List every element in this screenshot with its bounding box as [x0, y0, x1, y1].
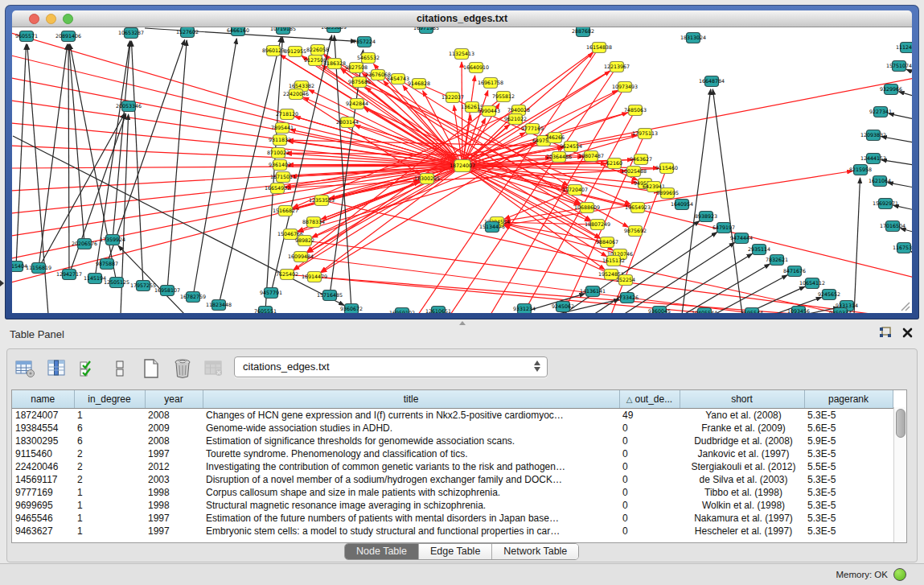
graph-node-teal[interactable]: 1167534	[893, 243, 912, 253]
graph-node-teal[interactable]: 9360672	[340, 304, 363, 314]
graph-node-teal[interactable]: 1112499	[896, 43, 912, 53]
graph-node-teal[interactable]: 9457791	[260, 288, 282, 299]
graph-node-teal[interactable]: 8595544	[741, 308, 763, 314]
tab-edge-table[interactable]: Edge Table	[419, 544, 492, 559]
graph-node-yellow[interactable]: 7955812	[492, 92, 515, 102]
graph-node-teal[interactable]: 7832621	[766, 255, 788, 266]
column-header[interactable]: in_degree	[74, 390, 145, 409]
table-row[interactable]: 1830029562008Estimation of significance …	[12, 435, 893, 447]
graph-node-yellow[interactable]: 746266	[545, 133, 565, 143]
graph-node-teal[interactable]: 1527602	[176, 27, 199, 38]
graph-node-teal[interactable]: 10719185	[270, 27, 296, 35]
graph-node-teal[interactable]: 2887682	[572, 27, 594, 37]
graph-node-teal[interactable]: 15692971	[873, 199, 898, 209]
graph-node-teal[interactable]: 14136141	[580, 286, 606, 297]
tab-network-table[interactable]: Network Table	[492, 544, 578, 559]
graph-node-teal[interactable]: 9245652	[818, 290, 840, 300]
graph-node-yellow[interactable]: 12213967	[604, 62, 630, 72]
graph-node-teal[interactable]: 9875887	[96, 259, 118, 270]
graph-node-yellow[interactable]: 9875692	[624, 226, 647, 237]
graph-node-teal[interactable]: 17957255	[130, 281, 156, 291]
graph-node-yellow[interactable]: 9463627	[630, 154, 652, 165]
graph-node-teal[interactable]: 16971985	[413, 27, 439, 34]
graph-node-yellow[interactable]: 16640910	[463, 63, 489, 73]
graph-node-teal[interactable]: 17016504	[880, 221, 906, 232]
table-row[interactable]: 911546021997Tourette syndrome. Phenomeno…	[12, 447, 893, 460]
panel-collapse-arrow-icon[interactable]	[0, 280, 4, 286]
graph-node-yellow[interactable]: 18807249	[585, 220, 610, 230]
graph-node-teal[interactable]: 9245062	[552, 302, 574, 312]
graph-node-yellow[interactable]: 16654932	[265, 183, 290, 194]
graph-node-yellow[interactable]: 989822	[295, 236, 314, 246]
table-row[interactable]: 946554611997Estimation of the future num…	[12, 512, 893, 525]
resize-grip-icon[interactable]	[899, 300, 910, 311]
table-row[interactable]: 977716911998Corpus callosum shape and si…	[12, 486, 893, 499]
close-panel-icon[interactable]	[902, 328, 913, 338]
show-column-button[interactable]	[45, 357, 69, 380]
select-all-button[interactable]	[76, 357, 101, 380]
float-panel-icon[interactable]	[879, 327, 892, 339]
row-height-button[interactable]	[108, 357, 132, 380]
graph-node-yellow[interactable]: 9311832	[269, 135, 291, 146]
graph-node-yellow[interactable]: 62160	[606, 159, 622, 169]
graph-node-teal[interactable]: 1621064	[869, 176, 891, 187]
table-row[interactable]: 1872400712008Changes of HCN gene express…	[12, 409, 893, 422]
network-window-titlebar[interactable]: citations_edges.txt	[12, 10, 912, 27]
table-row[interactable]: 946362711997Embryonic stem cells: a mode…	[12, 525, 893, 538]
graph-node-yellow[interactable]: 16914479	[302, 272, 327, 282]
table-row[interactable]: 1938455462009Genome-wide association stu…	[12, 422, 893, 435]
table-scrollbar[interactable]	[893, 407, 906, 542]
graph-node-teal[interactable]: 11156819	[26, 263, 51, 274]
graph-node-teal[interactable]: 9474444	[730, 233, 753, 244]
graph-node-yellow[interactable]: 1615132	[602, 256, 625, 266]
graph-node-teal[interactable]: 2935114	[748, 245, 770, 255]
graph-node-teal[interactable]: 16958107	[154, 286, 180, 296]
graph-node-teal[interactable]: 8215958	[849, 165, 872, 175]
graph-node-teal[interactable]: 16959102	[389, 308, 415, 314]
graph-node-teal[interactable]: 10653287	[118, 28, 144, 39]
graph-node-teal[interactable]: 1145194	[84, 274, 106, 284]
graph-node-teal[interactable]: 15716485	[317, 290, 343, 301]
graph-node-teal[interactable]: 12610651	[425, 307, 451, 314]
tab-node-table[interactable]: Node Table	[345, 544, 419, 559]
new-table-button[interactable]	[139, 357, 163, 380]
graph-node-yellow[interactable]: 8710022	[267, 148, 290, 159]
graph-node-yellow[interactable]: 7625402	[276, 270, 298, 280]
graph-node-yellow[interactable]: 9899695	[656, 188, 679, 199]
graph-node-teal[interactable]: 7857224	[353, 37, 376, 47]
graph-node-teal[interactable]: 12444153	[860, 154, 886, 164]
graph-node-teal[interactable]: 18313024	[680, 33, 706, 43]
table-header-row[interactable]: namein_degreeyeartitle△out_de...shortpag…	[12, 390, 893, 409]
graph-node-yellow[interactable]: 10973493	[612, 82, 638, 93]
graph-node-yellow[interactable]: 9361402	[269, 160, 291, 171]
graph-node-teal[interactable]: 20206576	[72, 239, 97, 249]
splitter-handle-icon[interactable]	[459, 321, 466, 325]
table-mode-button[interactable]	[14, 357, 38, 380]
graph-node-teal[interactable]: 16782759	[180, 292, 206, 303]
graph-node-yellow[interactable]: 7485063	[624, 105, 647, 116]
graph-node-yellow[interactable]: 10025488	[621, 167, 647, 177]
graph-node-yellow[interactable]: 17975113	[632, 129, 658, 139]
column-header[interactable]: pagerank	[804, 390, 893, 409]
graph-node-yellow[interactable]: 8186328	[323, 59, 346, 69]
graph-node-teal[interactable]: 16033809	[321, 27, 347, 33]
graph-node-yellow[interactable]: 11325413	[449, 49, 474, 60]
scrollbar-thumb[interactable]	[896, 409, 906, 438]
graph-node-teal[interactable]: 15134475	[479, 222, 505, 233]
delete-table-button[interactable]	[202, 357, 226, 380]
citation-network-graph[interactable]: 1872400789601238912955822605891275088186…	[12, 27, 912, 313]
graph-node-yellow[interactable]: 7895441	[271, 123, 294, 134]
graph-node-teal[interactable]: 9331234	[513, 304, 536, 314]
column-header[interactable]: short	[680, 390, 804, 409]
graph-node-teal[interactable]: 9360045	[648, 307, 671, 314]
column-header[interactable]: name	[12, 390, 74, 409]
graph-node-teal[interactable]: 17359924	[100, 235, 125, 245]
graph-node-yellow[interactable]: 9624554	[560, 142, 582, 152]
graph-node-yellow[interactable]: 1322037	[441, 93, 464, 103]
graph-node-teal[interactable]: 20891406	[55, 31, 81, 42]
graph-node-yellow[interactable]: 252254	[616, 275, 635, 286]
graph-node-teal[interactable]: 12093832	[860, 130, 886, 141]
graph-node-teal[interactable]: 1093456	[787, 307, 810, 314]
graph-node-teal[interactable]: 12505125	[104, 278, 129, 288]
memory-status-dot[interactable]	[893, 568, 906, 581]
